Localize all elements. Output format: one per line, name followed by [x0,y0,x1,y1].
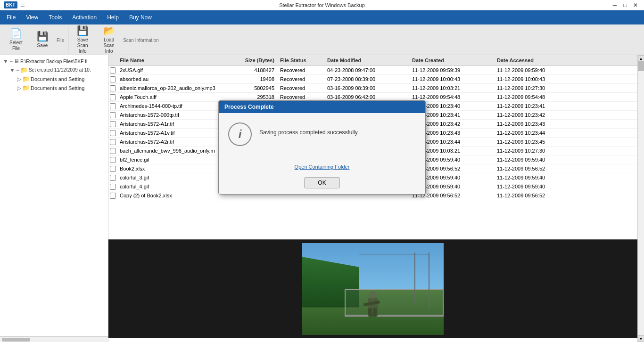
dialog-ok-button[interactable]: OK [304,177,339,188]
dialog-overlay: Process Complete i Saving process comple… [0,0,644,342]
dialog-title: Process Complete [224,104,274,110]
dialog-message: Saving process completed successfully. [259,122,359,137]
dialog-body: i Saving process completed successfully. [219,113,425,160]
process-complete-dialog: Process Complete i Saving process comple… [218,100,426,195]
open-containing-folder-link[interactable]: Open Containing Folder [219,160,425,173]
dialog-footer: OK [219,173,425,194]
dialog-info-icon: i [228,122,252,146]
dialog-header: Process Complete [219,101,425,113]
